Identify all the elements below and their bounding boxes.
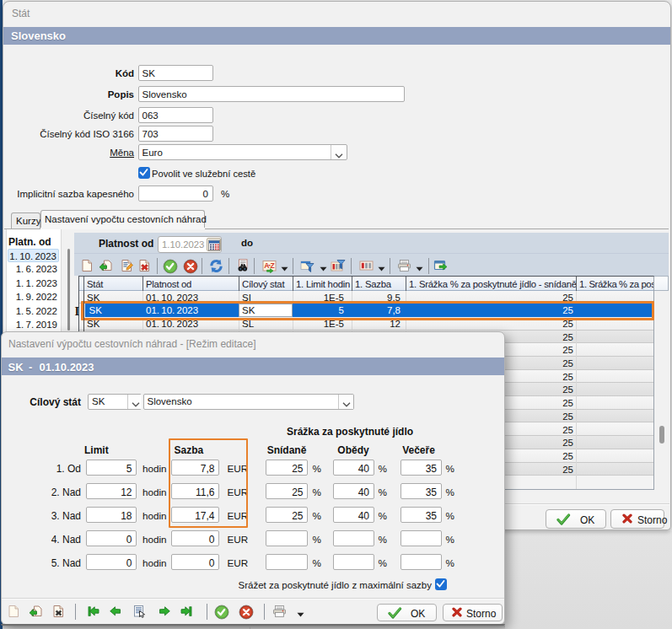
svg-text:Z: Z [271, 261, 275, 270]
svg-text:A: A [264, 261, 269, 270]
